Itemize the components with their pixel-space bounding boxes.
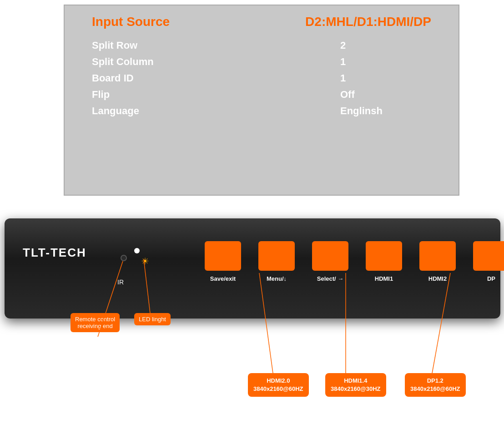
osd-row: Flip Off: [92, 89, 431, 101]
osd-row-label: Language: [92, 105, 139, 117]
hdmi1-button[interactable]: [366, 241, 402, 271]
osd-row: Split Row 2: [92, 40, 431, 51]
brand-label: TLT-TECH: [23, 246, 86, 260]
save-exit-label: Save/exit: [205, 275, 241, 282]
led-white-dot: [134, 248, 140, 253]
led-label-box: LED linght: [134, 313, 171, 325]
ir-label: IR: [117, 278, 124, 286]
buttons-row: [205, 241, 504, 271]
dp-label: DP: [473, 275, 504, 282]
osd-row-value: 1: [340, 72, 431, 84]
osd-row-value: 1: [340, 56, 431, 68]
dp-button[interactable]: [473, 241, 504, 271]
hdmi20-spec-box: HDMI2.03840x2160@60HZ: [248, 373, 309, 397]
osd-header: Input Source D2:MHL/D1:HDMI/DP: [92, 15, 431, 31]
osd-row-label: Board ID: [92, 72, 134, 84]
osd-row-label: Split Row: [92, 40, 137, 51]
menu-down-label: Menu/↓: [258, 275, 295, 282]
osd-panel: Input Source D2:MHL/D1:HDMI/DP Split Row…: [64, 5, 459, 196]
osd-row-value: Off: [340, 89, 431, 101]
sun-icon: ☀: [141, 256, 149, 267]
menu-down-button[interactable]: [258, 241, 295, 271]
save-exit-button[interactable]: [205, 241, 241, 271]
remote-label-box: Remote controlreceiving end: [71, 313, 120, 332]
osd-input-source-label: Input Source: [92, 15, 170, 29]
dp12-spec-box: DP1.23840x2160@60HZ: [405, 373, 466, 397]
hdmi14-spec-box: HDMI1.43840x2160@30HZ: [325, 373, 386, 397]
osd-row-label: Flip: [92, 89, 110, 101]
osd-row-label: Split Column: [92, 56, 154, 68]
osd-row: Split Column 1: [92, 56, 431, 68]
osd-row: Board ID 1: [92, 72, 431, 84]
hdmi2-button[interactable]: [419, 241, 456, 271]
osd-row: Language Englinsh: [92, 105, 431, 117]
ir-receiver-dot: [121, 255, 127, 261]
button-labels: Save/exit Menu/↓ Select/ → HDMI1 HDMI2 D…: [205, 275, 504, 282]
osd-row-value: 2: [340, 40, 431, 51]
select-right-label: Select/ →: [312, 275, 348, 282]
hdmi2-label: HDMI2: [419, 275, 456, 282]
osd-input-source-value: D2:MHL/D1:HDMI/DP: [305, 15, 431, 29]
osd-row-value: Englinsh: [340, 105, 431, 117]
hdmi1-label: HDMI1: [366, 275, 402, 282]
select-right-button[interactable]: [312, 241, 348, 271]
